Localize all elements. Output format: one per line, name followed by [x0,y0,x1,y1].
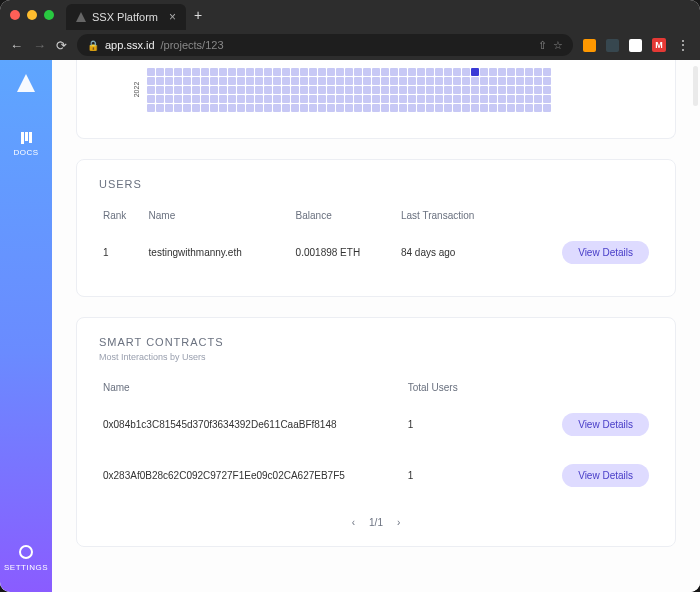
heatmap-cell[interactable] [453,104,461,112]
view-details-button[interactable]: View Details [562,241,649,264]
heatmap-cell[interactable] [282,104,290,112]
heatmap-cell[interactable] [147,104,155,112]
heatmap-cell[interactable] [516,95,524,103]
url-field[interactable]: 🔒 app.ssx.id/projects/123 ⇧ ☆ [77,34,573,56]
heatmap-cell[interactable] [516,86,524,94]
heatmap-cell[interactable] [444,68,452,76]
heatmap-cell[interactable] [201,77,209,85]
heatmap-cell[interactable] [453,77,461,85]
heatmap-cell[interactable] [192,104,200,112]
window-icon[interactable] [629,39,642,52]
heatmap-cell[interactable] [165,86,173,94]
heatmap-cell[interactable] [174,77,182,85]
heatmap-cell[interactable] [219,68,227,76]
heatmap-cell[interactable] [372,104,380,112]
heatmap-cell[interactable] [462,68,470,76]
heatmap-cell[interactable] [507,95,515,103]
heatmap-cell[interactable] [318,68,326,76]
heatmap-cell[interactable] [183,95,191,103]
heatmap-cell[interactable] [426,68,434,76]
heatmap-cell[interactable] [381,86,389,94]
heatmap-cell[interactable] [300,86,308,94]
heatmap-cell[interactable] [336,86,344,94]
heatmap-cell[interactable] [318,104,326,112]
extension-icon[interactable] [583,39,596,52]
heatmap-cell[interactable] [210,77,218,85]
heatmap-cell[interactable] [390,77,398,85]
heatmap-cell[interactable] [408,86,416,94]
heatmap-cell[interactable] [318,77,326,85]
heatmap-cell[interactable] [291,86,299,94]
heatmap-cell[interactable] [210,86,218,94]
heatmap-cell[interactable] [174,104,182,112]
heatmap-cell[interactable] [327,86,335,94]
heatmap-cell[interactable] [480,104,488,112]
heatmap-cell[interactable] [408,77,416,85]
heatmap-cell[interactable] [291,77,299,85]
heatmap-cell[interactable] [498,77,506,85]
heatmap-cell[interactable] [291,95,299,103]
heatmap-cell[interactable] [363,68,371,76]
heatmap-cell[interactable] [498,68,506,76]
heatmap-cell[interactable] [246,68,254,76]
heatmap-cell[interactable] [273,77,281,85]
heatmap-cell[interactable] [480,77,488,85]
heatmap-cell[interactable] [372,95,380,103]
heatmap-cell[interactable] [363,95,371,103]
heatmap-cell[interactable] [147,77,155,85]
heatmap-cell[interactable] [228,86,236,94]
heatmap-cell[interactable] [273,104,281,112]
heatmap-cell[interactable] [435,95,443,103]
bookmark-icon[interactable]: ☆ [553,39,563,52]
tab-close-icon[interactable]: × [169,10,176,24]
heatmap-cell[interactable] [345,77,353,85]
heatmap-cell[interactable] [264,104,272,112]
heatmap-cell[interactable] [525,95,533,103]
browser-tab[interactable]: SSX Platform × [66,4,186,30]
heatmap-cell[interactable] [255,77,263,85]
heatmap-cell[interactable] [408,95,416,103]
heatmap-cell[interactable] [489,95,497,103]
heatmap-cell[interactable] [192,95,200,103]
heatmap-cell[interactable] [498,95,506,103]
heatmap-cell[interactable] [147,95,155,103]
heatmap-cell[interactable] [237,77,245,85]
heatmap-cell[interactable] [417,104,425,112]
heatmap-cell[interactable] [282,95,290,103]
heatmap-cell[interactable] [309,68,317,76]
heatmap-cell[interactable] [219,95,227,103]
heatmap-cell[interactable] [210,95,218,103]
share-icon[interactable]: ⇧ [538,39,547,52]
heatmap-cell[interactable] [507,77,515,85]
heatmap-cell[interactable] [498,86,506,94]
heatmap-cell[interactable] [399,77,407,85]
heatmap-cell[interactable] [489,77,497,85]
heatmap-cell[interactable] [327,77,335,85]
heatmap-cell[interactable] [426,86,434,94]
heatmap-cell[interactable] [147,68,155,76]
heatmap-cell[interactable] [399,68,407,76]
heatmap-cell[interactable] [174,86,182,94]
heatmap-cell[interactable] [462,77,470,85]
heatmap-cell[interactable] [174,95,182,103]
reload-icon[interactable]: ⟳ [56,38,67,53]
heatmap-cell[interactable] [534,77,542,85]
heatmap-cell[interactable] [165,68,173,76]
heatmap-cell[interactable] [228,104,236,112]
heatmap-cell[interactable] [183,68,191,76]
heatmap-cell[interactable] [543,95,551,103]
heatmap-cell[interactable] [453,95,461,103]
heatmap-cell[interactable] [327,104,335,112]
heatmap-cell[interactable] [183,77,191,85]
heatmap-cell[interactable] [354,104,362,112]
heatmap-cell[interactable] [354,95,362,103]
heatmap-cell[interactable] [210,104,218,112]
heatmap-cell[interactable] [435,68,443,76]
heatmap-cell[interactable] [165,104,173,112]
heatmap-cell[interactable] [228,95,236,103]
heatmap-cell[interactable] [183,86,191,94]
heatmap-cell[interactable] [444,95,452,103]
heatmap-cell[interactable] [390,68,398,76]
heatmap-cell[interactable] [525,77,533,85]
heatmap-cell[interactable] [453,68,461,76]
